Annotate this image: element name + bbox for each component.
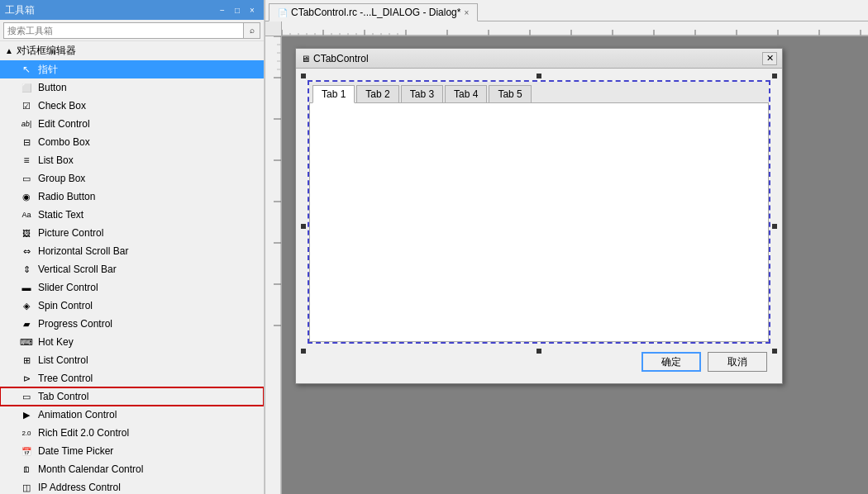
statictext-icon (20, 208, 33, 221)
hscrollbar-icon (20, 245, 33, 258)
dialog-title-area: 🖥 CTabControl (301, 53, 369, 64)
toolbox-item-ipaddress[interactable]: IP Address Control (0, 478, 264, 494)
toolbox-item-label-button: Button (38, 82, 67, 93)
resize-handle-midright[interactable] (772, 224, 777, 229)
toolbox-item-richedit[interactable]: Rich Edit 2.0 Control (0, 424, 264, 442)
resize-handle-topright[interactable] (772, 74, 777, 78)
tab-2[interactable]: Tab 2 (356, 85, 398, 102)
editor-tabbar: 📄 CTabControl.rc -...L_DIALOG - Dialog* … (265, 0, 868, 21)
tab-3-label: Tab 3 (410, 88, 434, 100)
toolbox-item-groupbox[interactable]: Group Box (0, 169, 264, 188)
toolbox-item-label-animation: Animation Control (38, 409, 117, 420)
listctrl-icon (20, 354, 33, 367)
toolbox-item-tabctrl[interactable]: Tab Control (0, 387, 264, 406)
editcontrol-icon (20, 117, 33, 131)
toolbox-title-buttons: − □ × (216, 3, 259, 17)
toolbox-item-label-hscrollbar: Horizontal Scroll Bar (38, 245, 128, 257)
combobox-icon (20, 135, 33, 149)
editor-tab-active[interactable]: 📄 CTabControl.rc -...L_DIALOG - Dialog* … (269, 3, 478, 21)
toolbox-item-label-treectrl: Tree Control (38, 373, 93, 384)
listbox-icon (20, 154, 33, 167)
toolbox-item-spin[interactable]: Spin Control (0, 297, 264, 315)
slider-icon (20, 281, 33, 294)
editor-tab-close-icon[interactable]: × (464, 8, 469, 17)
toolbox-item-editcontrol[interactable]: Edit Control (0, 115, 264, 133)
resize-handle-midleft[interactable] (301, 224, 306, 229)
tab-3[interactable]: Tab 3 (401, 85, 443, 102)
dialog-title-text: CTabControl (313, 53, 369, 64)
main-workspace-area: 🖥 CTabControl ✕ (265, 36, 868, 494)
search-input[interactable] (3, 22, 244, 39)
tab-content-area (309, 102, 769, 342)
toolbox-item-datetimepicker[interactable]: Date Time Picker (0, 442, 264, 460)
toolbox-item-label-radiobutton: Radio Button (38, 191, 95, 202)
tab-1-label: Tab 1 (322, 88, 346, 100)
toolbox-item-vscrollbar[interactable]: Vertical Scroll Bar (0, 260, 264, 278)
resize-handle-bottomright[interactable] (772, 349, 777, 354)
tabctrl-icon (20, 390, 33, 403)
resize-handle-bottomleft[interactable] (301, 349, 306, 354)
toolbox-close-button[interactable]: × (246, 3, 259, 17)
toolbox-item-label-datetimepicker: Date Time Picker (38, 445, 113, 457)
toolbox-item-statictext[interactable]: Static Text (0, 206, 264, 224)
tab-control[interactable]: Tab 1 Tab 2 Tab 3 Tab 4 (308, 80, 770, 344)
toolbox-item-label-spin: Spin Control (38, 300, 93, 311)
dialog-workspace: 🖥 CTabControl ✕ (282, 36, 868, 494)
tab-headers: Tab 1 Tab 2 Tab 3 Tab 4 (309, 82, 769, 102)
dialog-window: 🖥 CTabControl ✕ (295, 48, 783, 384)
toolbox-items-list: 指针 Button Check Box Edit Control Combo B… (0, 60, 264, 494)
tab-4[interactable]: Tab 4 (445, 85, 487, 102)
editor-tab-label: CTabControl.rc -...L_DIALOG - Dialog* (291, 7, 460, 18)
dialog-close-button[interactable]: ✕ (762, 52, 777, 65)
animation-icon (20, 408, 33, 421)
radiobutton-icon (20, 190, 33, 203)
toolbox-item-label-editcontrol: Edit Control (38, 118, 90, 130)
datetimepicker-icon (20, 444, 33, 458)
toolbox-item-radiobutton[interactable]: Radio Button (0, 188, 264, 206)
resize-handle-bottomcenter[interactable] (537, 349, 541, 354)
tab-1[interactable]: Tab 1 (312, 85, 355, 103)
toolbox-item-listbox[interactable]: List Box (0, 151, 264, 169)
resize-handle-topleft[interactable] (301, 74, 306, 78)
vertical-ruler (265, 36, 282, 494)
toolbox-pin-button[interactable]: − (216, 3, 229, 17)
toolbox-item-hotkey[interactable]: Hot Key (0, 333, 264, 351)
toolbox-item-monthcal[interactable]: Month Calendar Control (0, 460, 264, 478)
toolbox-float-button[interactable]: □ (231, 3, 244, 17)
dialog-body: Tab 1 Tab 2 Tab 3 Tab 4 (296, 69, 782, 383)
toolbox-titlebar: 工具箱 − □ × (0, 0, 264, 20)
toolbox-item-treectrl[interactable]: Tree Control (0, 369, 264, 387)
toolbox-item-hscrollbar[interactable]: Horizontal Scroll Bar (0, 242, 264, 260)
toolbox-item-button[interactable]: Button (0, 78, 264, 97)
horizontal-ruler (282, 21, 868, 36)
toolbox-item-slider[interactable]: Slider Control (0, 278, 264, 297)
tab-4-label: Tab 4 (454, 88, 478, 100)
search-icon: ⌕ (250, 26, 255, 35)
toolbox-item-animation[interactable]: Animation Control (0, 406, 264, 424)
toolbox-item-progress[interactable]: Progress Control (0, 315, 264, 333)
richedit-icon (20, 426, 33, 439)
toolbox-item-label-richedit: Rich Edit 2.0 Control (38, 427, 129, 439)
toolbox-item-checkbox[interactable]: Check Box (0, 97, 264, 115)
tab-icon: 📄 (278, 8, 288, 17)
cancel-button[interactable]: 取消 (708, 352, 767, 372)
groupbox-icon (20, 172, 33, 185)
toolbox-item-listctrl[interactable]: List Control (0, 351, 264, 369)
monthcal-icon (20, 463, 33, 476)
hotkey-icon (20, 335, 33, 349)
ipaddress-icon (20, 481, 33, 494)
toolbox-item-pointer[interactable]: 指针 (0, 60, 264, 78)
toolbox-item-picture[interactable]: Picture Control (0, 224, 264, 242)
toolbox-section-header[interactable]: ▲ 对话框编辑器 (0, 41, 264, 60)
checkbox-icon (20, 99, 33, 112)
tab-5[interactable]: Tab 5 (489, 85, 531, 102)
ok-button[interactable]: 确定 (641, 352, 701, 372)
toolbox-item-combobox[interactable]: Combo Box (0, 133, 264, 151)
toolbox-item-label-pointer: 指针 (38, 63, 58, 77)
search-icon-button[interactable]: ⌕ (244, 22, 260, 39)
toolbox-item-label-listctrl: List Control (38, 354, 88, 366)
section-expand-icon: ▲ (5, 46, 13, 55)
toolbox-item-label-hotkey: Hot Key (38, 336, 74, 348)
resize-handle-topcenter[interactable] (537, 74, 541, 78)
ruler-v-svg (265, 36, 282, 494)
